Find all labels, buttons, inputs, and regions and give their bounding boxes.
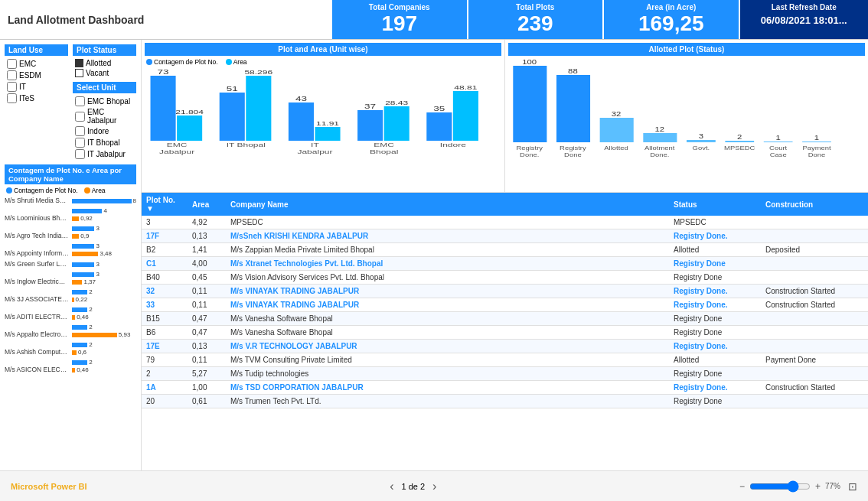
svg-text:Case: Case <box>770 151 787 158</box>
cell-area: 4,00 <box>188 257 226 271</box>
table-row: 17E0,13M/s V.R TECHNOLOGY JABALPURRegist… <box>142 340 868 353</box>
fit-screen-icon[interactable]: ⊡ <box>848 480 857 493</box>
next-page-button[interactable]: › <box>432 480 436 493</box>
kpi-total-plots-label: Total Plots <box>484 3 588 11</box>
svg-text:Done.: Done. <box>520 151 539 158</box>
prev-page-button[interactable]: ‹ <box>390 480 393 493</box>
cell-construction <box>761 340 868 353</box>
cell-construction: Construction Started <box>761 298 868 312</box>
zoom-slider[interactable] <box>749 480 811 493</box>
data-table: Plot No. ▼ Area Company Name Status Cons… <box>142 193 868 408</box>
svg-text:43: 43 <box>295 95 307 102</box>
svg-text:37: 37 <box>364 102 376 109</box>
hbar-row: M/s Inglow Electrical Bho...31,37 <box>5 271 136 285</box>
cell-company: M/s TVM Consulting Private Limited <box>226 353 669 367</box>
filter-emc-bhopal[interactable]: EMC Bhopal <box>73 96 136 107</box>
company-chart-title: Contagem de Plot No. e Area por Company … <box>5 164 136 184</box>
powerbi-link[interactable]: Microsoft Power BI <box>11 482 87 491</box>
cell-status: Registry Done. <box>669 340 761 353</box>
svg-rect-1 <box>177 115 202 141</box>
table-row: B150,47M/s Vanesha Software BhopalRegist… <box>142 312 868 326</box>
cell-plot: 79 <box>142 353 188 367</box>
svg-text:IT: IT <box>311 142 319 148</box>
cell-construction: Construction Started <box>761 381 868 395</box>
svg-text:Jabalpur: Jabalpur <box>159 148 195 155</box>
table-row: 34,92MPSEDCMPSEDC <box>142 216 868 229</box>
zoom-plus-icon: + <box>815 481 821 492</box>
svg-text:1: 1 <box>775 134 781 142</box>
svg-rect-36 <box>687 140 716 142</box>
svg-text:MPSEDC: MPSEDC <box>724 145 755 151</box>
cell-company: M/s VINAYAK TRADING JABALPUR <box>226 285 669 298</box>
plot-area-bar-chart: 73 21.804 51 58.296 43 11.91 <box>145 68 501 179</box>
svg-rect-38 <box>725 141 754 142</box>
cell-plot: 17F <box>142 229 188 243</box>
col-company[interactable]: Company Name <box>226 193 669 216</box>
cell-company: M/s Vision Advisory Services Pvt. Ltd. B… <box>226 271 669 285</box>
svg-rect-32 <box>600 118 634 142</box>
col-construction[interactable]: Construction <box>761 193 868 216</box>
data-table-container: Plot No. ▼ Area Company Name Status Cons… <box>142 193 868 470</box>
select-unit-title: Select Unit <box>73 82 136 93</box>
filter-indore[interactable]: Indore <box>73 125 136 137</box>
svg-text:Bhopal: Bhopal <box>370 148 398 155</box>
svg-text:2: 2 <box>737 133 742 141</box>
cell-company: M/s TSD CORPORATION JABALPUR <box>226 381 669 395</box>
cell-plot: 32 <box>142 285 188 298</box>
filter-emc[interactable]: EMC <box>5 58 68 70</box>
cell-area: 0,11 <box>188 285 226 298</box>
page-title: Land Allotment Dashboard <box>8 14 144 26</box>
allotted-chart-title: Allotted Plot (Status) <box>508 43 865 56</box>
cell-status: Registry Done. <box>669 285 761 298</box>
filter-esdm[interactable]: ESDM <box>5 70 68 81</box>
cell-area: 0,13 <box>188 229 226 243</box>
svg-text:Allotted: Allotted <box>604 145 628 151</box>
filter-ites[interactable]: ITeS <box>5 93 68 104</box>
filter-allotted[interactable]: Allotted <box>73 58 136 68</box>
svg-rect-12 <box>357 110 383 141</box>
col-status[interactable]: Status <box>669 193 761 216</box>
hbar-row: M/s Loominious Bhopal40,92 <box>5 207 136 222</box>
filter-it[interactable]: IT <box>5 81 68 93</box>
hbar-row: M/s ASICON ELECTRO IN...20,46 <box>5 359 136 373</box>
col-area[interactable]: Area <box>188 193 226 216</box>
cell-construction <box>761 367 868 381</box>
hbar-row: M/s ADITI ELECTRIC JAB...20,46 <box>5 306 136 320</box>
cell-area: 4,92 <box>188 216 226 229</box>
cell-plot: 17E <box>142 340 188 353</box>
svg-rect-34 <box>643 133 677 142</box>
svg-text:Govt.: Govt. <box>693 145 710 151</box>
col-plot-no[interactable]: Plot No. ▼ <box>142 193 188 216</box>
cell-status: MPSEDC <box>669 216 761 229</box>
cell-area: 0,45 <box>188 271 226 285</box>
company-bar-chart: M/s Shruti Media Servic...8M/s Loominiou… <box>5 197 136 373</box>
svg-rect-4 <box>220 93 245 141</box>
kpi-total-plots-value: 239 <box>484 11 588 36</box>
hbar-row: M/s Green Surfer LLP Bh...3 <box>5 260 136 268</box>
table-row: B60,47M/s Vanesha Software BhopalRegistr… <box>142 326 868 340</box>
svg-rect-8 <box>289 102 314 141</box>
cell-plot: B2 <box>142 243 188 257</box>
kpi-area: Area (in Acre) 169,25 <box>604 0 740 39</box>
table-row: 320,11M/s VINAYAK TRADING JABALPURRegist… <box>142 285 868 298</box>
svg-text:Allotment: Allotment <box>644 145 675 151</box>
filter-it-jabalpur[interactable]: IT Jabalpur <box>73 148 136 160</box>
cell-company: M/s V.R TECHNOLOGY JABALPUR <box>226 340 669 353</box>
table-row: 200,61M/s Trumen Tech Pvt. LTd.Registry … <box>142 395 868 408</box>
table-row: 17F0,13M/sSneh KRISHI KENDRA JABALPURReg… <box>142 229 868 243</box>
svg-rect-16 <box>426 112 452 141</box>
svg-text:Indore: Indore <box>440 142 466 148</box>
svg-text:48.81: 48.81 <box>454 84 477 91</box>
filter-vacant[interactable]: Vacant <box>73 68 136 78</box>
cell-company: M/s Vanesha Software Bhopal <box>226 326 669 340</box>
page-info: 1 de 2 <box>401 482 425 491</box>
svg-text:Done.: Done. <box>650 151 669 158</box>
kpi-total-companies: Total Companies 197 <box>332 0 468 39</box>
cell-company: MPSEDC <box>226 216 669 229</box>
cell-plot: 3 <box>142 216 188 229</box>
filter-it-bhopal[interactable]: IT Bhopal <box>73 137 136 148</box>
hbar-row: M/s Agro Tech India Jaba...30,9 <box>5 225 136 239</box>
zoom-value: 77% <box>825 482 840 490</box>
filter-emc-jabalpur[interactable]: EMC Jabalpur <box>73 107 136 125</box>
cell-company: M/s Trumen Tech Pvt. LTd. <box>226 395 669 408</box>
